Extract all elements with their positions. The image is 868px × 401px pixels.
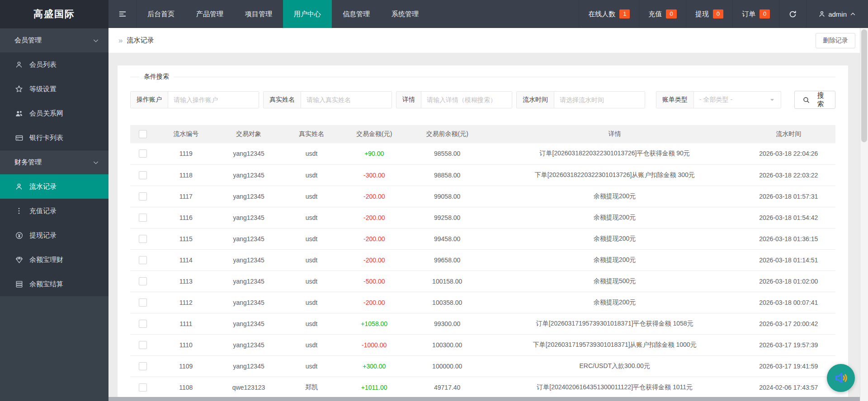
row-checkbox[interactable] — [139, 192, 147, 200]
topbar-nav-item[interactable]: 后台首页 — [137, 0, 185, 28]
sidebar-item[interactable]: 等级设置 — [0, 77, 108, 101]
table-row: 1112 yang12345 usdt -200.00 100358.00 余额… — [130, 292, 835, 313]
table-row: 1109 yang12345 usdt +300.00 100000.00 ER… — [130, 355, 835, 377]
sidebar-item[interactable]: 余额宝理财 — [0, 247, 108, 272]
topbar-status-item[interactable]: 充值 0 — [639, 0, 685, 28]
search-button[interactable]: 搜 索 — [794, 91, 835, 109]
cell-time: 2026-03-17 20:00:42 — [742, 313, 836, 334]
table-row: 1108 qwe123123 郑凯 +1011.00 49717.40 订单[2… — [130, 377, 835, 398]
cell-balance: 100358.00 — [407, 292, 488, 313]
cell-flow-id: 1113 — [156, 270, 216, 292]
status-badge: 0 — [713, 9, 723, 19]
users-icon — [14, 109, 24, 118]
cell-amount: -200.00 — [342, 186, 407, 207]
search-field-group: 操作账户 — [130, 91, 259, 108]
cell-time: 2026-03-18 22:03:22 — [742, 164, 836, 186]
status-label: 充值 — [648, 10, 662, 19]
cell-real-name: usdt — [281, 207, 342, 228]
username: admin — [828, 10, 847, 18]
user-menu[interactable]: admin — [806, 0, 868, 28]
cell-real-name: usdt — [281, 334, 342, 355]
topbar-nav-item[interactable]: 系统管理 — [381, 0, 429, 28]
records-table: 流水编号 交易对象 真实姓名 交易金额(元) 交易前余额(元) 详情 流水时间 — [130, 125, 835, 398]
topbar-status-item[interactable]: 订单 0 — [732, 0, 779, 28]
select-all-checkbox[interactable] — [139, 130, 147, 138]
search-input[interactable] — [301, 92, 392, 108]
row-checkbox[interactable] — [139, 235, 147, 243]
row-checkbox[interactable] — [139, 383, 147, 392]
sidebar-item[interactable]: 余额宝结算 — [0, 272, 108, 296]
cell-real-name: usdt — [281, 249, 342, 270]
cell-detail: ERC/USDT入款300.00元 — [488, 355, 742, 377]
cell-amount: -300.00 — [342, 164, 407, 186]
cell-amount: +300.00 — [342, 355, 407, 377]
cell-real-name: usdt — [281, 164, 342, 186]
sidebar-item[interactable]: 提现记录 — [0, 223, 108, 247]
sidebar-toggle-button[interactable] — [108, 0, 137, 28]
status-label: 在线人数 — [588, 10, 615, 19]
chevron-down-icon — [92, 159, 99, 166]
table-row: 1113 yang12345 usdt -500.00 100158.00 余额… — [130, 270, 835, 292]
cell-real-name: usdt — [281, 292, 342, 313]
topbar-status-item[interactable]: 提现 0 — [686, 0, 732, 28]
search-input[interactable] — [554, 92, 645, 108]
sidebar-section-members[interactable]: 会员管理 — [0, 28, 108, 52]
cell-time: 2026-03-18 01:14:51 — [742, 249, 836, 270]
cell-flow-id: 1111 — [156, 313, 216, 334]
table-row: 1111 yang12345 usdt +1058.00 99300.00 订单… — [130, 313, 835, 334]
sidebar-item[interactable]: 会员关系网 — [0, 101, 108, 126]
row-checkbox[interactable] — [139, 362, 147, 370]
cell-real-name: usdt — [281, 186, 342, 207]
sidebar-item-label: 会员列表 — [29, 61, 57, 69]
row-checkbox[interactable] — [139, 256, 147, 264]
sidebar-item-label: 充值记录 — [29, 207, 57, 215]
cell-flow-id: 1109 — [156, 355, 216, 377]
cell-account: qwe123123 — [216, 377, 281, 398]
topbar-nav-item[interactable]: 项目管理 — [234, 0, 283, 28]
delete-records-button[interactable]: 删除记录 — [816, 33, 855, 48]
sidebar-item[interactable]: 银行卡列表 — [0, 126, 108, 150]
cell-detail: 下单[20260317195739301018371]从账户扣除金额 1000元 — [488, 334, 742, 355]
row-checkbox[interactable] — [139, 277, 147, 285]
column-header: 流水编号 — [156, 125, 216, 143]
search-panel: 条件搜索 操作账户 真实姓名 详情 — [130, 73, 835, 113]
cell-detail: 余额提现200元 — [488, 207, 742, 228]
server-icon — [14, 280, 24, 289]
row-checkbox[interactable] — [139, 214, 147, 222]
sidebar-item[interactable]: 会员列表 — [0, 52, 108, 77]
sidebar-section-finance[interactable]: 财务管理 — [0, 150, 108, 174]
refresh-button[interactable] — [779, 0, 806, 28]
row-checkbox[interactable] — [139, 298, 147, 307]
search-icon — [802, 96, 810, 104]
sidebar-item-label: 等级设置 — [29, 85, 57, 93]
topbar-nav: 后台首页 产品管理 项目管理 用户中心 信息管理 系统管理 — [137, 0, 429, 28]
search-input[interactable] — [421, 92, 512, 108]
row-checkbox[interactable] — [139, 149, 147, 158]
cell-balance: 98558.00 — [407, 143, 488, 164]
topbar-nav-item[interactable]: 产品管理 — [185, 0, 234, 28]
row-checkbox[interactable] — [139, 341, 147, 349]
topbar-status-item[interactable]: 在线人数 1 — [579, 0, 639, 28]
table-row: 1118 yang12345 usdt -300.00 98858.00 下单[… — [130, 164, 835, 186]
bill-type-value: - 全部类型 - — [699, 96, 732, 104]
cell-account: yang12345 — [216, 143, 281, 164]
cell-detail: 余额提现200元 — [488, 292, 742, 313]
topbar-nav-item[interactable]: 用户中心 — [283, 0, 332, 28]
search-input[interactable] — [168, 92, 259, 108]
bill-type-group: 账单类型 - 全部类型 - — [656, 91, 781, 108]
scrollbar-thumb[interactable] — [861, 29, 867, 142]
search-field-group: 真实姓名 — [263, 91, 392, 108]
topbar-nav-item[interactable]: 信息管理 — [332, 0, 381, 28]
sidebar-item-label: 会员关系网 — [29, 109, 63, 118]
sidebar-item[interactable]: 充值记录 — [0, 199, 108, 223]
row-checkbox[interactable] — [139, 171, 147, 179]
cell-account: yang12345 — [216, 249, 281, 270]
sidebar: 会员管理 会员列表 等级设置 会员关系网 银行卡列表 财 — [0, 28, 108, 401]
cell-time: 2026-03-18 01:54:42 — [742, 207, 836, 228]
sidebar-item[interactable]: 流水记录 — [0, 174, 108, 199]
bill-type-select[interactable]: - 全部类型 - — [694, 92, 781, 108]
vertical-scrollbar[interactable] — [860, 28, 868, 401]
sound-notification-button[interactable] — [827, 364, 855, 392]
row-checkbox[interactable] — [139, 320, 147, 328]
breadcrumb-bar: » 流水记录 删除记录 — [108, 28, 860, 53]
